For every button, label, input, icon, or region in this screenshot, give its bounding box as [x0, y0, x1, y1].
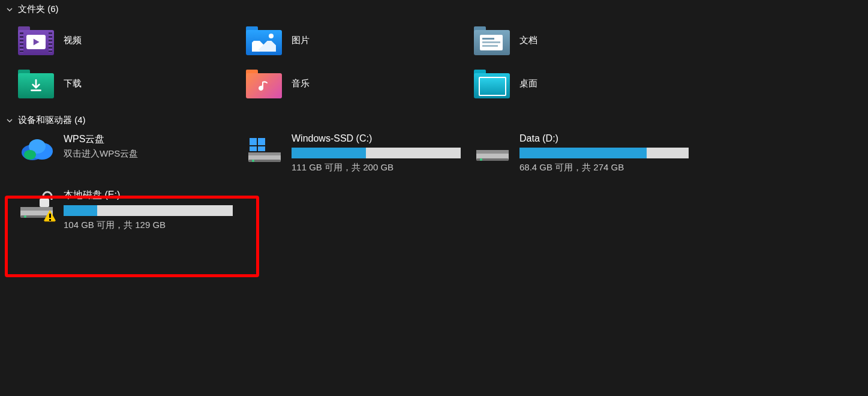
drive-status: 111 GB 可用，共 200 GB [292, 162, 474, 173]
drive-e[interactable]: 本地磁盘 (E:) 104 GB 可用，共 129 GB [18, 185, 246, 242]
folder-label: 下载 [64, 78, 82, 89]
svg-rect-8 [250, 138, 257, 145]
drive-c[interactable]: Windows-SSD (C:) 111 GB 可用，共 200 GB [246, 130, 474, 184]
section-title: 设备和驱动器 (4) [18, 115, 86, 126]
downloads-icon [18, 68, 54, 98]
drive-name: 本地磁盘 (E:) [64, 189, 246, 202]
section-title: 文件夹 (6) [18, 4, 59, 15]
folders-grid: 视频 图片 文档 [0, 19, 868, 105]
svg-rect-20 [40, 199, 49, 207]
drive-status: 104 GB 可用，共 129 GB [64, 220, 246, 231]
hard-drive-icon [474, 137, 511, 167]
drive-name: Windows-SSD (C:) [292, 133, 474, 144]
folder-label: 桌面 [519, 78, 537, 89]
windows-drive-icon [246, 137, 283, 167]
folder-pictures[interactable]: 图片 [246, 19, 474, 62]
svg-rect-22 [49, 214, 51, 218]
drive-name: Data (D:) [519, 133, 702, 144]
desktop-icon [474, 68, 510, 98]
section-header-folders[interactable]: 文件夹 (6) [0, 0, 868, 19]
svg-rect-5 [248, 152, 281, 155]
svg-rect-17 [20, 207, 53, 211]
folder-desktop[interactable]: 桌面 [474, 62, 702, 105]
pictures-icon [246, 25, 282, 55]
documents-icon [474, 25, 510, 55]
drives-grid: WPS云盘 双击进入WPS云盘 Windows-SSD (C:) 111 GB … [0, 130, 868, 242]
drive-wps-cloud[interactable]: WPS云盘 双击进入WPS云盘 [18, 130, 246, 174]
drive-d[interactable]: Data (D:) 68.4 GB 可用，共 274 GB [474, 130, 702, 184]
chevron-down-icon [6, 117, 13, 124]
usage-bar [292, 148, 461, 158]
svg-rect-23 [49, 219, 51, 221]
usage-bar [64, 205, 233, 216]
svg-point-15 [480, 158, 482, 161]
chevron-down-icon [6, 6, 13, 13]
folder-label: 文档 [519, 35, 537, 46]
folder-label: 视频 [64, 35, 82, 46]
videos-icon [18, 25, 54, 55]
usage-bar [519, 148, 689, 158]
folder-music[interactable]: 音乐 [246, 62, 474, 105]
folder-documents[interactable]: 文档 [474, 19, 702, 62]
svg-rect-10 [250, 146, 257, 151]
drive-status: 68.4 GB 可用，共 274 GB [519, 162, 702, 173]
folder-downloads[interactable]: 下载 [18, 62, 246, 105]
svg-rect-13 [476, 150, 509, 154]
folder-label: 图片 [292, 35, 310, 46]
svg-rect-11 [258, 146, 265, 151]
svg-point-19 [24, 215, 26, 218]
folder-videos[interactable]: 视频 [18, 19, 246, 62]
svg-point-7 [252, 160, 254, 162]
cloud-icon [18, 133, 55, 163]
folder-label: 音乐 [292, 78, 310, 89]
svg-rect-9 [258, 138, 265, 145]
section-header-drives[interactable]: 设备和驱动器 (4) [0, 111, 868, 130]
svg-point-3 [24, 150, 36, 160]
drive-subtext: 双击进入WPS云盘 [64, 148, 246, 160]
locked-drive-icon [18, 190, 55, 220]
music-icon [246, 68, 282, 98]
drive-name: WPS云盘 [64, 133, 246, 146]
